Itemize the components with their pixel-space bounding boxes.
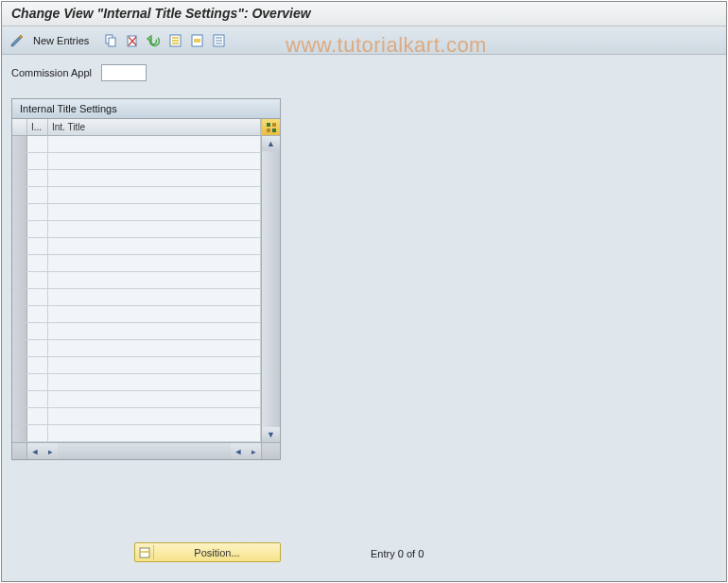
row-selector[interactable] — [12, 425, 27, 441]
table-row[interactable] — [12, 323, 261, 340]
commission-appl-label: Commission Appl — [11, 67, 92, 78]
cell-col2[interactable] — [48, 357, 261, 373]
table-row[interactable] — [12, 170, 261, 187]
svg-rect-8 — [194, 39, 200, 43]
svg-rect-4 — [172, 37, 179, 39]
select-block-icon[interactable] — [188, 31, 207, 50]
cell-col1[interactable] — [27, 391, 48, 407]
row-selector[interactable] — [12, 357, 27, 373]
row-selector[interactable] — [12, 255, 27, 271]
cell-col2[interactable] — [48, 153, 261, 169]
cell-col1[interactable] — [27, 374, 48, 390]
table-row[interactable] — [12, 357, 261, 374]
cell-col1[interactable] — [27, 357, 48, 373]
table-row[interactable] — [12, 221, 261, 238]
copy-as-icon[interactable] — [101, 31, 120, 50]
commission-appl-input[interactable] — [101, 64, 147, 81]
row-selector[interactable] — [12, 153, 27, 169]
cell-col1[interactable] — [27, 204, 48, 220]
delete-icon[interactable] — [123, 31, 142, 50]
row-selector[interactable] — [12, 374, 27, 390]
cell-col2[interactable] — [48, 306, 261, 322]
table-row[interactable] — [12, 272, 261, 289]
cell-col1[interactable] — [27, 255, 48, 271]
table-header-col1[interactable]: I... — [27, 119, 48, 135]
vertical-scrollbar[interactable]: ▲ ▼ — [261, 136, 280, 442]
row-selector[interactable] — [12, 289, 27, 305]
position-label: Position... — [156, 547, 278, 558]
cell-col1[interactable] — [27, 153, 48, 169]
cell-col2[interactable] — [48, 187, 261, 203]
scroll-right2-icon[interactable]: ▸ — [246, 443, 261, 459]
scroll-right-icon[interactable]: ◄ — [231, 443, 246, 459]
row-selector[interactable] — [12, 221, 27, 237]
cell-col2[interactable] — [48, 136, 261, 152]
row-selector[interactable] — [12, 136, 27, 152]
row-selector[interactable] — [12, 391, 27, 407]
table-row[interactable] — [12, 153, 261, 170]
row-selector[interactable] — [12, 204, 27, 220]
table-configure-icon[interactable] — [261, 119, 280, 135]
row-selector[interactable] — [12, 170, 27, 186]
cell-col1[interactable] — [27, 306, 48, 322]
cell-col2[interactable] — [48, 408, 261, 424]
row-selector[interactable] — [12, 187, 27, 203]
cell-col2[interactable] — [48, 221, 261, 237]
table-row[interactable] — [12, 408, 261, 425]
table-row[interactable] — [12, 374, 261, 391]
toggle-display-change-icon[interactable] — [8, 31, 26, 50]
row-selector[interactable] — [12, 238, 27, 254]
table-row[interactable] — [12, 391, 261, 408]
table-row[interactable] — [12, 136, 261, 153]
cell-col2[interactable] — [48, 340, 261, 356]
table-row[interactable] — [12, 425, 261, 442]
cell-col1[interactable] — [27, 408, 48, 424]
scroll-left2-icon[interactable]: ▸ — [43, 443, 58, 459]
undo-change-icon[interactable] — [145, 31, 164, 50]
cell-col1[interactable] — [27, 340, 48, 356]
table-row[interactable] — [12, 187, 261, 204]
scroll-down-icon[interactable]: ▼ — [262, 427, 280, 442]
horizontal-scrollbar[interactable]: ◄ ▸ ◄ ▸ — [12, 442, 280, 459]
row-selector[interactable] — [12, 323, 27, 339]
scroll-up-icon[interactable]: ▲ — [262, 136, 280, 151]
table-row[interactable] — [12, 306, 261, 323]
cell-col2[interactable] — [48, 374, 261, 390]
cell-col1[interactable] — [27, 187, 48, 203]
cell-col2[interactable] — [48, 204, 261, 220]
deselect-all-icon[interactable] — [210, 31, 229, 50]
position-button[interactable]: Position... — [134, 542, 281, 562]
cell-col2[interactable] — [48, 289, 261, 305]
cell-col1[interactable] — [27, 272, 48, 288]
cell-col1[interactable] — [27, 170, 48, 186]
cell-col1[interactable] — [27, 136, 48, 152]
select-all-icon[interactable] — [166, 31, 185, 50]
table-row[interactable] — [12, 238, 261, 255]
cell-col1[interactable] — [27, 238, 48, 254]
cell-col2[interactable] — [48, 170, 261, 186]
row-selector[interactable] — [12, 306, 27, 322]
row-selector[interactable] — [12, 340, 27, 356]
cell-col1[interactable] — [27, 323, 48, 339]
table-header-rowselect[interactable] — [12, 119, 27, 135]
cell-col2[interactable] — [48, 238, 261, 254]
new-entries-button[interactable]: New Entries — [29, 35, 98, 46]
cell-col2[interactable] — [48, 255, 261, 271]
cell-col2[interactable] — [48, 323, 261, 339]
cell-col1[interactable] — [27, 425, 48, 441]
table-row[interactable] — [12, 255, 261, 272]
scroll-left-icon[interactable]: ◄ — [27, 443, 43, 459]
cell-col2[interactable] — [48, 425, 261, 441]
content-area: Commission Appl Internal Title Settings … — [2, 55, 726, 581]
cell-col1[interactable] — [27, 221, 48, 237]
row-selector[interactable] — [12, 272, 27, 288]
table-header-col2[interactable]: Int. Title — [48, 119, 261, 135]
cell-col2[interactable] — [48, 391, 261, 407]
table-row[interactable] — [12, 340, 261, 357]
cell-col1[interactable] — [27, 289, 48, 305]
cell-col2[interactable] — [48, 272, 261, 288]
row-selector[interactable] — [12, 408, 27, 424]
internal-title-table: Internal Title Settings I... Int. Title … — [11, 98, 281, 460]
table-row[interactable] — [12, 289, 261, 306]
table-row[interactable] — [12, 204, 261, 221]
